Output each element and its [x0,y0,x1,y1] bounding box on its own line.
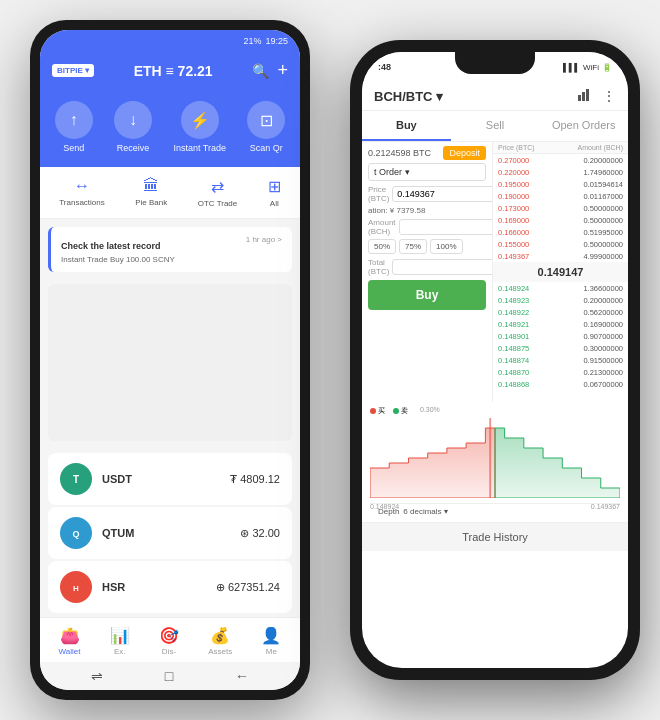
buy-button[interactable]: Buy [368,280,486,310]
buy-legend: 买 [370,406,385,416]
discover-nav-item[interactable]: 🎯 Dis- [159,626,179,656]
trading-header-icons: ⋮ [578,88,616,104]
hsr-icon: H [60,571,92,603]
assets-label: Assets [208,647,232,656]
search-icon[interactable]: 🔍 [252,63,269,79]
order-price: 0.190000 [498,192,529,201]
qtum-name: QTUM [102,527,230,539]
tab-sell[interactable]: Sell [451,111,540,141]
android-menu: ↔ Transactions 🏛 Pie Bank ⇄ OTC Trade ⊞ … [40,167,300,219]
price-input[interactable] [392,186,493,202]
sell-order-row: 0.1900000.01167000 [493,190,628,202]
order-amount: 0.91500000 [583,356,623,365]
scan-qr-button[interactable]: ⊡ Scan Qr [247,101,285,153]
svg-rect-4 [578,95,581,101]
trade-history-button[interactable]: Trade History [362,522,628,551]
order-amount: 0.50000000 [583,204,623,213]
assets-nav-item[interactable]: 💰 Assets [208,626,232,656]
otc-trade-icon: ⇄ [211,177,224,196]
me-icon: 👤 [261,626,281,645]
price-col-header: Price (BTC) [498,144,535,151]
header-icons: 🔍 + [252,60,288,81]
more-icon[interactable]: ⋮ [602,88,616,104]
chart-legend: 买 卖 0.30% [370,406,620,416]
list-item[interactable]: T USDT ₮ 4809.12 [48,453,292,505]
order-type-selector[interactable]: t Order ▾ [368,163,486,181]
buy-order-row: 0.1488700.21300000 [493,366,628,378]
buy-order-row: 0.1489241.36600000 [493,282,628,294]
order-amount: 0.20000000 [583,296,623,305]
amount-input[interactable] [399,219,493,235]
pct-50-button[interactable]: 50% [368,239,396,254]
android-header: BITPIE ▾ ETH ≡ 72.21 🔍 + [40,52,300,93]
chart-x-label-left: 0.148924 [370,503,399,510]
amount-label: Amount (BCH) [368,218,396,236]
bitpie-logo[interactable]: BITPIE ▾ [52,64,94,77]
order-price: 0.148922 [498,308,529,317]
recents-button[interactable]: ← [235,668,249,684]
me-nav-item[interactable]: 👤 Me [261,626,281,656]
usdt-icon: T [60,463,92,495]
receive-label: Receive [117,143,150,153]
transactions-label: Transactions [59,198,105,207]
tab-open-orders[interactable]: Open Orders [539,111,628,141]
list-item[interactable]: H HSR ⊕ 627351.24 [48,561,292,613]
order-price: 0.169000 [498,216,529,225]
deposit-button[interactable]: Deposit [443,146,486,160]
order-amount: 0.01594614 [583,180,623,189]
all-label: All [270,199,279,208]
android-bottom-nav: 👛 Wallet 📊 Ex. 🎯 Dis- 💰 Assets 👤 [40,617,300,662]
time-text: 19:25 [265,36,288,46]
transactions-menu-item[interactable]: ↔ Transactions [59,177,105,208]
order-price: 0.148874 [498,356,529,365]
order-price: 0.270000 [498,156,529,165]
receive-button[interactable]: ↓ Receive [114,101,152,153]
otc-trade-menu-item[interactable]: ⇄ OTC Trade [198,177,238,208]
sell-order-row: 0.1730000.50000000 [493,202,628,214]
wallet-nav-item[interactable]: 👛 Wallet [59,626,81,656]
iphone-notch [455,52,535,74]
order-amount: 0.30000000 [583,344,623,353]
add-icon[interactable]: + [277,60,288,81]
back-button[interactable]: ⇌ [91,668,103,684]
order-price: 0.148924 [498,284,529,293]
order-amount: 0.20000000 [583,156,623,165]
subtotal-display: ation: ¥ 7379.58 [368,206,486,215]
order-amount: 0.90700000 [583,332,623,341]
send-button[interactable]: ↑ Send [55,101,93,153]
chart-icon[interactable] [578,88,592,104]
sell-order-row: 0.1690000.50000000 [493,214,628,226]
mid-price: 0.149147 [493,262,628,282]
total-input[interactable] [392,259,493,275]
pie-bank-label: Pie Bank [135,198,167,207]
pie-bank-menu-item[interactable]: 🏛 Pie Bank [135,177,167,208]
pct-75-button[interactable]: 75% [399,239,427,254]
instant-trade-icon: ⚡ [181,101,219,139]
tab-buy[interactable]: Buy [362,111,451,141]
amount-col-header: Amount (BCH) [577,144,623,151]
wallet-icon: 👛 [60,626,80,645]
buy-order-row: 0.1489210.16900000 [493,318,628,330]
discover-icon: 🎯 [159,626,179,645]
order-amount: 1.36600000 [583,284,623,293]
list-item[interactable]: Q QTUM ⊛ 32.00 [48,507,292,559]
sell-legend-label: 卖 [401,406,408,416]
android-status-bar: 21% 19:25 [40,30,300,52]
home-button[interactable]: □ [165,668,173,684]
usdt-name: USDT [102,473,220,485]
exchange-nav-item[interactable]: 📊 Ex. [110,626,130,656]
notification-title: Check the latest record [61,241,161,251]
all-menu-item[interactable]: ⊞ All [268,177,281,208]
hsr-name: HSR [102,581,206,593]
pct-100-button[interactable]: 100% [430,239,462,254]
otc-trade-label: OTC Trade [198,199,238,208]
order-amount: 1.74960000 [583,168,623,177]
order-amount: 0.06700000 [583,380,623,389]
order-price: 0.166000 [498,228,529,237]
instant-trade-button[interactable]: ⚡ Instant Trade [173,101,226,153]
order-price: 0.148901 [498,332,529,341]
sell-order-row: 0.1550000.50000000 [493,238,628,250]
trading-pair[interactable]: BCH/BTC ▾ [374,89,570,104]
orderbook-header: Price (BTC) Amount (BCH) [493,142,628,154]
notification-bar[interactable]: Check the latest record 1 hr ago > Insta… [48,227,292,272]
